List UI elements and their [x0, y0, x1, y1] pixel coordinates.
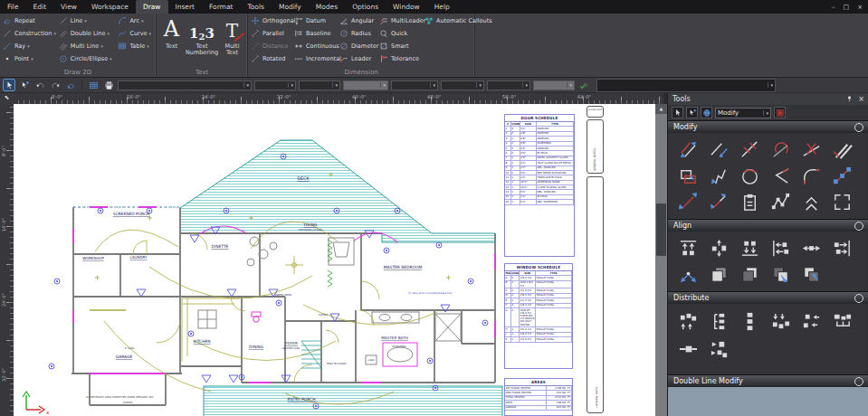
cross-trim-tool[interactable] [796, 137, 826, 163]
close-button[interactable]: × [857, 4, 863, 11]
tool-leader[interactable]: Leader [339, 52, 377, 65]
tool-continuous[interactable]: Continuous [294, 40, 338, 52]
tool-automatic-callouts[interactable]: Automatic Callouts [424, 14, 479, 27]
menu-draw[interactable]: Draw [136, 0, 168, 14]
tool-angular[interactable]: Angular [339, 14, 377, 27]
table-button[interactable] [87, 79, 100, 91]
collapse-section-icon[interactable] [854, 123, 863, 132]
tool-diameter[interactable]: Diameter [339, 40, 377, 52]
collapse-section-icon[interactable] [854, 377, 863, 386]
tool-tolerance[interactable]: Tolerance [379, 52, 423, 65]
pin-icon[interactable] [845, 95, 854, 103]
tool-repeat[interactable]: Repeat [3, 14, 57, 27]
distribute-list-tool[interactable] [703, 307, 734, 336]
offset-tool[interactable] [672, 137, 703, 163]
menu-tools[interactable]: Tools [240, 0, 271, 14]
menu-insert[interactable]: Insert [168, 0, 203, 14]
split-tool[interactable] [826, 189, 857, 215]
tool-ray[interactable]: Ray▾ [3, 40, 57, 52]
drawing-area[interactable]: DECK SCREENED PORCH WORKSHOP LAUNDRY DIN… [14, 104, 655, 416]
menu-view[interactable]: View [53, 0, 84, 14]
tool-quick[interactable]: Quick [379, 27, 423, 40]
toolbar-combo-6[interactable]: ▾ [487, 80, 530, 90]
toolbar-combo-7[interactable]: ▾ [533, 80, 575, 90]
distribute-up-tool[interactable] [672, 307, 703, 336]
extend-tool[interactable] [703, 137, 734, 163]
distribute-down-tool[interactable] [765, 307, 796, 336]
distribute-order-tool[interactable] [703, 336, 734, 364]
bring-forward-tool[interactable] [765, 261, 796, 288]
toolbar-combo-0[interactable]: ▾ [118, 80, 252, 90]
tool-circle-ellipse[interactable]: Circle/Ellipse▾ [59, 52, 117, 65]
send-back-tool[interactable] [734, 261, 765, 288]
toolbar-combo-2[interactable]: ▾ [299, 80, 340, 90]
repeat-button[interactable] [64, 79, 77, 91]
menu-help[interactable]: Help [427, 0, 457, 14]
tool-radius[interactable]: Radius [339, 27, 377, 40]
menu-modes[interactable]: Modes [309, 0, 345, 14]
distribute-vertical-tool[interactable] [734, 307, 765, 336]
section-header-modify[interactable]: Modify [668, 120, 868, 133]
text-tool[interactable]: A Text [160, 14, 183, 67]
align-point-tool[interactable] [672, 261, 703, 288]
section-header-double-line-modify[interactable]: Double Line Modify [668, 374, 868, 387]
vertical-scrollbar[interactable]: ▲ [655, 104, 667, 416]
toolbar-combo-4[interactable]: ▾ [391, 80, 438, 90]
cleanup-tool[interactable] [826, 137, 857, 163]
align-bottom-tool[interactable] [734, 235, 765, 261]
bring-front-tool[interactable] [703, 261, 734, 288]
clipboard-tool[interactable] [734, 189, 765, 215]
select-tool-button[interactable] [672, 107, 683, 118]
align-top-tool[interactable] [672, 235, 703, 261]
tool-line[interactable]: Line▾ [59, 14, 117, 27]
send-backward-tool[interactable] [796, 261, 826, 288]
collapse-section-icon[interactable] [854, 294, 863, 303]
tool-point[interactable]: Point▾ [3, 52, 57, 65]
tool-orthogonal[interactable]: Orthogonal [251, 14, 292, 27]
close-panel-icon[interactable]: × [858, 95, 864, 103]
tool-smart[interactable]: Smart [379, 40, 423, 52]
tool-multileader[interactable]: MultiLeader [379, 14, 423, 27]
menu-modify[interactable]: Modify [272, 0, 309, 14]
bend-tool[interactable] [703, 163, 734, 189]
tool-curve[interactable]: Curve▾ [118, 27, 153, 40]
toolbar-combo-3[interactable]: ▾ [343, 80, 388, 90]
close-circle-tool[interactable] [734, 163, 765, 189]
trim-circle-tool[interactable] [765, 137, 796, 163]
menu-options[interactable]: Options [345, 0, 386, 14]
stretch-tool[interactable] [672, 189, 703, 215]
scale-tool[interactable] [703, 189, 734, 215]
tool-parallel[interactable]: Parallel [251, 27, 292, 40]
align-left-tool[interactable] [765, 235, 796, 261]
restore-button[interactable]: □ [844, 4, 850, 11]
menu-file[interactable]: File [0, 0, 26, 14]
toolbar-combo-5[interactable]: ▾ [441, 80, 484, 90]
scrollbar-thumb[interactable] [656, 203, 666, 256]
undo-button[interactable] [33, 79, 46, 91]
tool-table[interactable]: Table▾ [118, 40, 153, 52]
select-arrow-button[interactable] [3, 79, 15, 91]
menu-edit[interactable]: Edit [26, 0, 54, 14]
scroll-up-icon[interactable]: ▲ [655, 104, 667, 114]
polyline-edit-tool[interactable] [765, 189, 796, 215]
toolbar-combo-1[interactable]: ▾ [254, 80, 296, 90]
distribute-left-tool[interactable] [796, 307, 826, 336]
text-numbering-tool[interactable]: 123 Text Numbering [188, 14, 215, 67]
fillet-tool[interactable] [796, 163, 826, 189]
world-button[interactable] [701, 107, 712, 118]
align-right-tool[interactable] [826, 235, 857, 261]
node-select-button[interactable] [18, 79, 31, 91]
collapse-section-icon[interactable] [854, 222, 863, 231]
section-header-distribute[interactable]: Distribute [668, 291, 868, 304]
tool-datum[interactable]: Datum [294, 14, 338, 27]
distribute-tree-tool[interactable] [826, 307, 857, 336]
redo-button[interactable] [49, 79, 62, 91]
palette-select-combo[interactable]: Modify ▾ [715, 108, 771, 118]
tool-rotated[interactable]: Rotated [251, 52, 292, 65]
tool-incremental[interactable]: Incremental [294, 52, 338, 65]
pen-check-button[interactable] [577, 79, 590, 91]
angle-tool[interactable] [765, 163, 796, 189]
palette-button[interactable] [774, 107, 786, 118]
menu-workspace[interactable]: Workspace [84, 0, 136, 14]
snap-tool-button[interactable] [686, 107, 698, 118]
